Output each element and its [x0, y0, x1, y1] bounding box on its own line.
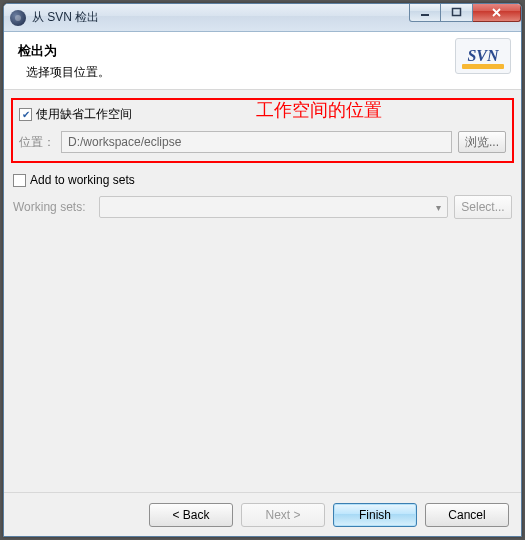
close-button[interactable]: [473, 3, 521, 22]
window-title: 从 SVN 检出: [32, 9, 409, 26]
minimize-icon: [420, 7, 431, 18]
cancel-label: Cancel: [448, 508, 485, 522]
browse-button: 浏览...: [458, 131, 506, 153]
svg-rect-1: [453, 8, 461, 15]
close-icon: [491, 7, 502, 18]
maximize-icon: [451, 7, 462, 18]
select-working-sets-button: Select...: [454, 195, 512, 219]
use-default-label: 使用缺省工作空间: [36, 106, 132, 123]
back-label: < Back: [172, 508, 209, 522]
use-default-row: ✔ 使用缺省工作空间: [19, 106, 506, 123]
next-label: Next >: [265, 508, 300, 522]
svn-logo-icon: SVN: [455, 38, 511, 74]
location-label: 位置：: [19, 134, 55, 151]
add-working-sets-checkbox[interactable]: ✔: [13, 174, 26, 187]
svg-rect-0: [421, 14, 429, 16]
select-label: Select...: [461, 200, 504, 214]
cancel-button[interactable]: Cancel: [425, 503, 509, 527]
finish-button[interactable]: Finish: [333, 503, 417, 527]
window-controls: [409, 4, 521, 31]
location-row: 位置： D:/workspace/eclipse 浏览...: [19, 131, 506, 153]
page-title: 检出为: [18, 42, 110, 60]
dialog-content: 工作空间的位置 ✔ 使用缺省工作空间 位置： D:/workspace/ecli…: [4, 90, 521, 492]
browse-label: 浏览...: [465, 134, 499, 151]
chevron-down-icon: ▾: [436, 202, 441, 213]
next-button: Next >: [241, 503, 325, 527]
dialog-window: 从 SVN 检出 检出为 选择项目位置。 SVN 工作空间的位置 ✔ 使用缺省工…: [3, 3, 522, 537]
finish-label: Finish: [359, 508, 391, 522]
app-icon: [10, 10, 26, 26]
add-working-sets-label: Add to working sets: [30, 173, 135, 187]
working-sets-combobox: ▾: [99, 196, 448, 218]
add-working-sets-row: ✔ Add to working sets: [13, 173, 514, 187]
location-input: D:/workspace/eclipse: [61, 131, 452, 153]
dialog-footer: < Back Next > Finish Cancel: [4, 492, 521, 536]
working-sets-row: Working sets: ▾ Select...: [13, 195, 512, 219]
maximize-button[interactable]: [441, 3, 473, 22]
page-subtitle: 选择项目位置。: [26, 64, 110, 81]
use-default-checkbox[interactable]: ✔: [19, 108, 32, 121]
minimize-button[interactable]: [409, 3, 441, 22]
location-value: D:/workspace/eclipse: [68, 135, 181, 149]
titlebar[interactable]: 从 SVN 检出: [4, 4, 521, 32]
working-sets-label: Working sets:: [13, 200, 93, 214]
dialog-header: 检出为 选择项目位置。 SVN: [4, 32, 521, 90]
workspace-section: 工作空间的位置 ✔ 使用缺省工作空间 位置： D:/workspace/ecli…: [11, 98, 514, 163]
back-button[interactable]: < Back: [149, 503, 233, 527]
